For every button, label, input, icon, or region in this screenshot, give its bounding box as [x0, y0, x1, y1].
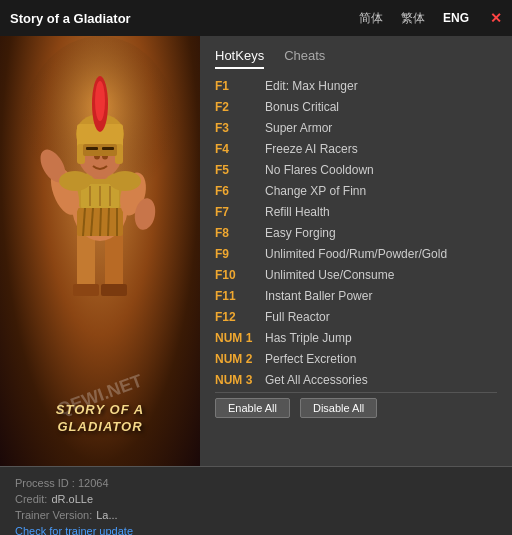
- svg-rect-4: [101, 284, 127, 296]
- title-bar: Story of a Gladiator 简体 繁体 ENG ✕: [0, 0, 512, 36]
- lang-traditional[interactable]: 繁体: [396, 8, 430, 29]
- main-content: QEWI.NET STORY OF A GLADIATOR HotKeys Ch…: [0, 36, 512, 466]
- cheat-key-f12: F12: [215, 308, 265, 326]
- svg-point-30: [95, 81, 105, 121]
- svg-point-22: [109, 171, 141, 191]
- cheat-item-f4: F4 Freeze AI Racers: [215, 140, 497, 158]
- svg-rect-3: [73, 284, 99, 296]
- cheat-key-f4: F4: [215, 140, 265, 158]
- svg-line-15: [108, 208, 109, 236]
- game-image-panel: QEWI.NET STORY OF A GLADIATOR: [0, 36, 200, 466]
- svg-rect-35: [102, 147, 114, 150]
- cheat-desc-num2: Perfect Excretion: [265, 350, 356, 368]
- trainer-version-value: La...: [96, 509, 117, 521]
- cheat-key-f5: F5: [215, 161, 265, 179]
- cheat-key-f2: F2: [215, 98, 265, 116]
- game-title-image-text: STORY OF A GLADIATOR: [56, 402, 144, 436]
- cheat-desc-f4: Freeze AI Racers: [265, 140, 358, 158]
- cheat-item-num2: NUM 2 Perfect Excretion: [215, 350, 497, 368]
- cheat-desc-f8: Easy Forging: [265, 224, 336, 242]
- cheat-key-f11: F11: [215, 287, 265, 305]
- enable-all-button[interactable]: Enable All: [215, 398, 290, 418]
- cheat-desc-num3: Get All Accessories: [265, 371, 368, 389]
- cheat-item-f11: F11 Instant Baller Power: [215, 287, 497, 305]
- cheat-key-num2: NUM 2: [215, 350, 265, 368]
- cheat-item-f8: F8 Easy Forging: [215, 224, 497, 242]
- svg-point-21: [59, 171, 91, 191]
- credit-row: Credit: dR.oLLe: [15, 493, 497, 505]
- cheat-item-f12: F12 Full Reactor: [215, 308, 497, 326]
- action-buttons: Enable All Disable All: [215, 398, 497, 418]
- cheat-item-f5: F5 No Flares Cooldown: [215, 161, 497, 179]
- cheat-item-num3: NUM 3 Get All Accessories: [215, 371, 497, 389]
- tab-hotkeys[interactable]: HotKeys: [215, 44, 264, 69]
- cheat-key-num1: NUM 1: [215, 329, 265, 347]
- cheat-desc-f11: Instant Baller Power: [265, 287, 372, 305]
- cheat-desc-f1: Edit: Max Hunger: [265, 77, 358, 95]
- disable-all-button[interactable]: Disable All: [300, 398, 377, 418]
- svg-rect-34: [86, 147, 98, 150]
- cheat-key-f9: F9: [215, 245, 265, 263]
- app-title: Story of a Gladiator: [10, 11, 354, 26]
- cheat-key-f7: F7: [215, 203, 265, 221]
- cheat-item-num1: NUM 1 Has Triple Jump: [215, 329, 497, 347]
- process-id-row: Process ID : 12064: [15, 477, 497, 489]
- svg-line-14: [100, 208, 101, 236]
- language-group: 简体 繁体 ENG ✕: [354, 8, 502, 29]
- cheat-item-f1: F1 Edit: Max Hunger: [215, 77, 497, 95]
- tab-cheats[interactable]: Cheats: [284, 44, 325, 69]
- lang-simplified[interactable]: 简体: [354, 8, 388, 29]
- cheat-key-f1: F1: [215, 77, 265, 95]
- cheat-item-f7: F7 Refill Health: [215, 203, 497, 221]
- cheat-desc-num1: Has Triple Jump: [265, 329, 352, 347]
- cheat-item-f6: F6 Change XP of Finn: [215, 182, 497, 200]
- lang-english[interactable]: ENG: [438, 9, 474, 27]
- game-image: QEWI.NET STORY OF A GLADIATOR: [0, 36, 200, 466]
- cheat-list: F1 Edit: Max Hunger F2 Bonus Critical F3…: [200, 69, 512, 466]
- credit-label: Credit:: [15, 493, 47, 505]
- cheat-desc-f12: Full Reactor: [265, 308, 330, 326]
- divider: [215, 392, 497, 393]
- process-id-label: Process ID : 12064: [15, 477, 109, 489]
- cheat-desc-f7: Refill Health: [265, 203, 330, 221]
- cheat-desc-f9: Unlimited Food/Rum/Powder/Gold: [265, 245, 447, 263]
- bottom-info-panel: Process ID : 12064 Credit: dR.oLLe Train…: [0, 466, 512, 535]
- cheat-item-f10: F10 Unlimited Use/Consume: [215, 266, 497, 284]
- cheat-key-f6: F6: [215, 182, 265, 200]
- right-panel: HotKeys Cheats F1 Edit: Max Hunger F2 Bo…: [200, 36, 512, 466]
- tab-bar: HotKeys Cheats: [200, 36, 512, 69]
- svg-rect-1: [77, 231, 95, 291]
- cheat-key-num3: NUM 3: [215, 371, 265, 389]
- check-update-link[interactable]: Check for trainer update: [15, 525, 133, 535]
- gladiator-svg: [5, 36, 195, 336]
- cheat-desc-f3: Super Armor: [265, 119, 332, 137]
- close-button[interactable]: ✕: [490, 10, 502, 26]
- cheat-desc-f10: Unlimited Use/Consume: [265, 266, 394, 284]
- cheat-item-f2: F2 Bonus Critical: [215, 98, 497, 116]
- trainer-version-row: Trainer Version: La...: [15, 509, 497, 521]
- cheat-key-f8: F8: [215, 224, 265, 242]
- cheat-item-f9: F9 Unlimited Food/Rum/Powder/Gold: [215, 245, 497, 263]
- cheat-desc-f5: No Flares Cooldown: [265, 161, 374, 179]
- cheat-desc-f6: Change XP of Finn: [265, 182, 366, 200]
- credit-value: dR.oLLe: [51, 493, 93, 505]
- cheat-desc-f2: Bonus Critical: [265, 98, 339, 116]
- trainer-version-label: Trainer Version:: [15, 509, 92, 521]
- cheat-key-f10: F10: [215, 266, 265, 284]
- check-update-row: Check for trainer update: [15, 525, 497, 535]
- cheat-key-f3: F3: [215, 119, 265, 137]
- svg-rect-2: [105, 231, 123, 291]
- cheat-item-f3: F3 Super Armor: [215, 119, 497, 137]
